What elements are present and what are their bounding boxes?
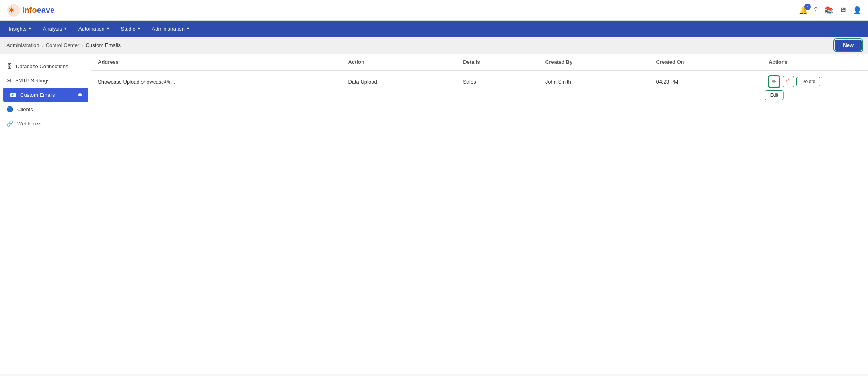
breadcrumb-sep-1: › — [41, 42, 43, 48]
logo-icon: ✶ — [6, 3, 21, 18]
cell-action: Data Upload — [342, 70, 457, 93]
delete-tooltip: Delete — [796, 77, 821, 86]
delete-button[interactable]: 🗑 — [783, 76, 794, 87]
logo: ✶ Infoeave — [6, 3, 54, 18]
breadcrumb-control-center[interactable]: Control Center — [46, 42, 80, 48]
user-button[interactable]: 👤 — [853, 6, 862, 15]
smtp-icon: ✉ — [6, 77, 11, 84]
logo-text: Infoeave — [22, 6, 54, 15]
sidebar-item-smtp-settings[interactable]: ✉ SMTP Settings — [0, 73, 91, 88]
new-button[interactable]: New — [835, 40, 862, 51]
clients-icon: 🔵 — [6, 106, 13, 112]
cell-created-by: John Smith — [539, 70, 650, 93]
monitor-button[interactable]: 🖥 — [839, 6, 847, 14]
col-action: Action — [342, 54, 457, 70]
col-actions: Actions — [762, 54, 868, 70]
delete-tooltip-container: 🗑 Delete — [783, 76, 794, 87]
sidebar-item-clients[interactable]: 🔵 Clients — [0, 102, 91, 116]
sidebar-item-database-connections[interactable]: 🗄 Database Connections — [0, 59, 91, 73]
help-button[interactable]: ? — [814, 6, 818, 14]
svg-text:✶: ✶ — [8, 6, 15, 14]
cell-details: Sales — [457, 70, 539, 93]
breadcrumb-admin[interactable]: Administration — [6, 42, 39, 48]
webhooks-icon: 🔗 — [6, 120, 13, 127]
nav-automation[interactable]: Automation ▼ — [73, 21, 115, 37]
main-layout: 🗄 Database Connections ✉ SMTP Settings 📧… — [0, 54, 868, 374]
nav-bar: Insights ▼ Analysis ▼ Automation ▼ Studi… — [0, 21, 868, 37]
analysis-caret: ▼ — [64, 27, 67, 31]
sidebar-label-custom-emails: Custom Emails — [20, 92, 55, 98]
automation-caret: ▼ — [106, 27, 110, 31]
breadcrumb-custom-emails: Custom Emails — [86, 42, 121, 48]
cell-actions: ✏ Edit 🗑 Delete — [762, 70, 868, 93]
breadcrumb-bar: Administration › Control Center › Custom… — [0, 37, 868, 54]
sidebar-label-webhooks: Webhooks — [17, 121, 41, 127]
action-icons: ✏ Edit 🗑 Delete — [769, 76, 862, 87]
nav-insights[interactable]: Insights ▼ — [3, 21, 37, 37]
sidebar-label-smtp: SMTP Settings — [15, 78, 49, 84]
insights-caret: ▼ — [28, 27, 32, 31]
cell-address: Showcase Upload.showcase@i… — [91, 70, 342, 93]
custom-emails-table: Address Action Details Created By Create… — [91, 54, 868, 93]
sidebar-label-database: Database Connections — [16, 63, 68, 69]
sidebar: 🗄 Database Connections ✉ SMTP Settings 📧… — [0, 54, 91, 374]
table-row: Showcase Upload.showcase@i… Data Upload … — [91, 70, 868, 93]
database-icon: 🗄 — [6, 63, 12, 69]
edit-tooltip: Edit — [765, 90, 784, 100]
top-icon-group: 🔔 5 ? 📚 🖥 👤 — [799, 6, 862, 15]
footer: ✳ — [0, 374, 868, 376]
col-created-by: Created By — [539, 54, 650, 70]
breadcrumb: Administration › Control Center › Custom… — [6, 42, 121, 48]
breadcrumb-sep-2: › — [82, 42, 83, 48]
table-container: Address Action Details Created By Create… — [91, 54, 868, 93]
col-details: Details — [457, 54, 539, 70]
notifications-button[interactable]: 🔔 5 — [799, 6, 808, 15]
email-icon: 📧 — [10, 92, 16, 98]
nav-administration[interactable]: Administration ▼ — [146, 21, 195, 37]
cell-created-on: 04:23 PM — [650, 70, 762, 93]
nav-analysis[interactable]: Analysis ▼ — [37, 21, 73, 37]
admin-caret: ▼ — [186, 27, 190, 31]
nav-studio[interactable]: Studio ▼ — [115, 21, 146, 37]
sidebar-label-clients: Clients — [17, 106, 33, 112]
col-created-on: Created On — [650, 54, 762, 70]
edit-tooltip-container: ✏ Edit — [769, 76, 780, 87]
top-header: ✶ Infoeave 🔔 5 ? 📚 🖥 👤 — [0, 0, 868, 21]
sidebar-item-webhooks[interactable]: 🔗 Webhooks — [0, 116, 91, 131]
content-area: Address Action Details Created By Create… — [91, 54, 868, 374]
active-dot — [78, 93, 82, 96]
studio-caret: ▼ — [137, 27, 141, 31]
notification-badge: 5 — [804, 4, 811, 10]
sidebar-item-custom-emails[interactable]: 📧 Custom Emails — [3, 88, 88, 102]
col-address: Address — [91, 54, 342, 70]
books-button[interactable]: 📚 — [824, 6, 833, 15]
edit-button[interactable]: ✏ — [769, 76, 780, 87]
